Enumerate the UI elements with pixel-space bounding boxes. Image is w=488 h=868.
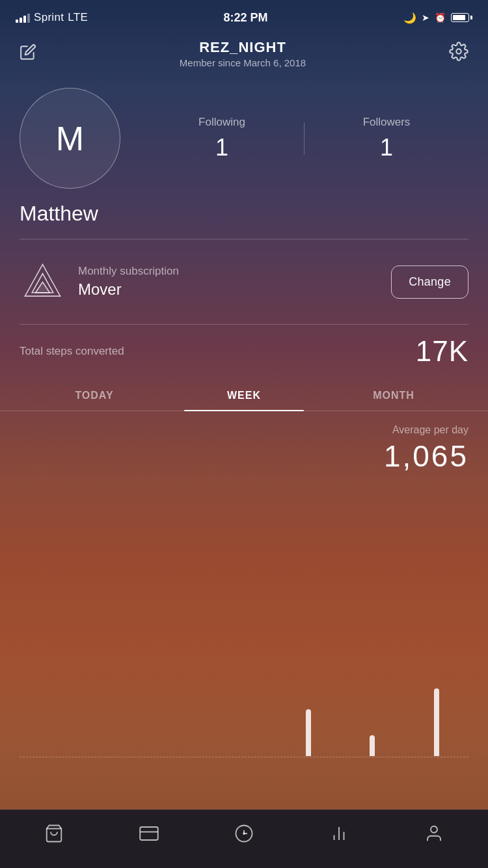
mover-icon — [20, 259, 65, 305]
nav-dashboard[interactable] — [221, 819, 267, 853]
subscription-name: Mover — [78, 280, 378, 299]
nav-chart[interactable] — [316, 819, 362, 853]
tab-week[interactable]: WEEK — [169, 381, 319, 411]
steps-label: Total steps converted — [20, 345, 124, 358]
chart-bar-5 — [306, 709, 311, 756]
profile-header: REZ_NIGHT Member since March 6, 2018 — [0, 33, 488, 75]
chart-area — [0, 480, 488, 809]
chart-icon — [329, 824, 349, 848]
profile-section: M Following 1 Followers 1 — [0, 75, 488, 195]
dashboard-icon — [234, 824, 254, 848]
shop-icon — [44, 824, 64, 848]
following-label: Following — [198, 116, 245, 129]
avatar: M — [20, 88, 120, 189]
subscription-section: Monthly subscription Mover Change — [0, 239, 488, 324]
chart-dotted-line — [20, 757, 468, 757]
avatar-letter: M — [56, 119, 84, 158]
status-bar: Sprint LTE 8:22 PM 🌙 ➤ ⏰ — [0, 0, 488, 33]
wallet-icon — [139, 824, 159, 848]
stats-section: Following 1 Followers 1 — [140, 116, 468, 161]
member-since: Member since March 6, 2018 — [180, 57, 306, 68]
signal-bar-3 — [23, 16, 26, 23]
settings-icon[interactable] — [449, 42, 468, 66]
bottom-nav — [0, 809, 488, 868]
average-section: Average per day 1,065 — [0, 411, 488, 480]
svg-rect-5 — [140, 827, 158, 840]
nav-profile[interactable] — [411, 819, 457, 853]
status-time: 8:22 PM — [224, 11, 268, 25]
signal-bar-2 — [20, 18, 22, 23]
svg-point-0 — [456, 49, 461, 54]
signal-bar-1 — [16, 20, 18, 23]
tab-month[interactable]: MONTH — [319, 381, 468, 411]
subscription-label: Monthly subscription — [78, 265, 378, 278]
signal-bar-4 — [27, 14, 30, 23]
steps-value: 17K — [416, 335, 468, 368]
followers-label: Followers — [363, 116, 411, 129]
following-count: 1 — [215, 134, 228, 161]
network-type: LTE — [68, 11, 88, 24]
carrier-name: Sprint — [34, 11, 64, 24]
profile-name: Matthew — [0, 195, 488, 239]
chart-bar-7 — [434, 688, 439, 756]
svg-point-14 — [431, 826, 437, 833]
nav-wallet[interactable] — [126, 819, 172, 853]
chart-bar-6 — [370, 735, 375, 756]
username: REZ_NIGHT — [180, 39, 306, 56]
subscription-info: Monthly subscription Mover — [78, 265, 378, 299]
header-center: REZ_NIGHT Member since March 6, 2018 — [180, 39, 306, 68]
svg-marker-3 — [35, 282, 49, 292]
svg-point-10 — [243, 832, 245, 835]
following-stat[interactable]: Following 1 — [140, 116, 304, 161]
battery-indicator — [451, 13, 472, 22]
signal-bars — [16, 12, 30, 23]
nav-shop[interactable] — [31, 819, 77, 853]
change-subscription-button[interactable]: Change — [391, 265, 468, 299]
alarm-icon: ⏰ — [435, 12, 446, 23]
location-icon: ➤ — [422, 12, 429, 23]
followers-count: 1 — [380, 134, 393, 161]
average-label: Average per day — [20, 424, 468, 436]
tabs-section: TODAY WEEK MONTH — [0, 381, 488, 411]
average-value: 1,065 — [20, 439, 468, 474]
steps-section: Total steps converted 17K — [0, 325, 488, 381]
status-left: Sprint LTE — [16, 11, 88, 24]
status-right: 🌙 ➤ ⏰ — [403, 12, 472, 24]
tab-today[interactable]: TODAY — [20, 381, 169, 411]
moon-icon: 🌙 — [403, 12, 416, 24]
chart-bars — [20, 652, 468, 756]
profile-icon — [424, 824, 444, 848]
followers-stat[interactable]: Followers 1 — [305, 116, 468, 161]
edit-icon[interactable] — [20, 44, 36, 64]
